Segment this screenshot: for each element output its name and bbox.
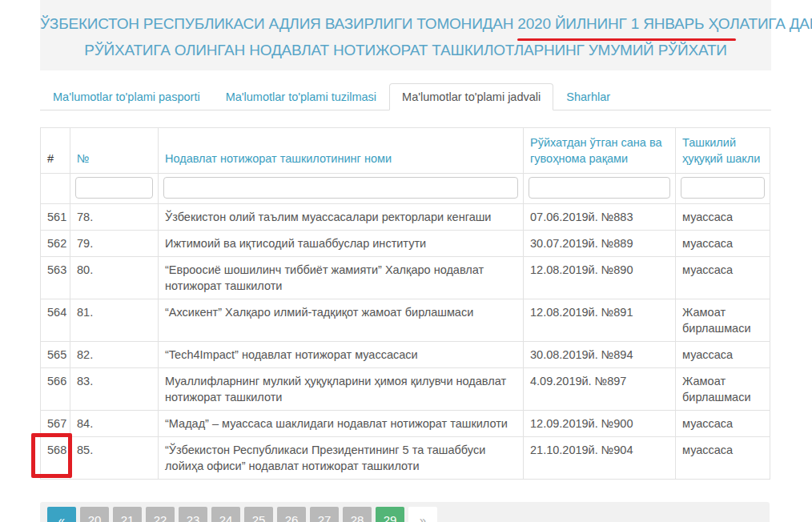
pagination-page-29-active[interactable]: 29 — [376, 507, 404, 522]
row-org-form: муассаса — [676, 342, 770, 368]
row-org-name: Ижтимоий ва иқтисодий ташаббуслар инстит… — [159, 231, 524, 257]
page-container: ЎЗБЕКИСТОН РЕСПУБЛИКАСИ АДЛИЯ ВАЗИРЛИГИ … — [40, 0, 771, 522]
filter-cell-name — [159, 174, 524, 204]
row-org-form: муассаса — [676, 411, 770, 437]
table-row: 562 79. Ижтимоий ва иқтисодий ташаббусла… — [41, 231, 770, 257]
row-org-name: Ўзбекистон олий таълим муассасалари рект… — [159, 204, 524, 231]
page-header: ЎЗБЕКИСТОН РЕСПУБЛИКАСИ АДЛИЯ ВАЗИРЛИГИ … — [40, 0, 771, 70]
row-number: 78. — [70, 204, 159, 231]
row-number: 83. — [70, 368, 159, 411]
row-org-form: муассаса — [676, 204, 770, 231]
row-reg-date: 4.09.2019й. №897 — [524, 368, 676, 411]
column-header-number[interactable]: № — [70, 128, 159, 174]
column-header-org-name[interactable]: Нодавлат нотижорат ташкилотининг номи — [159, 128, 524, 174]
row-reg-date: 12.08.2019й. №890 — [524, 257, 676, 299]
highlighted-row-index-cell: 568 — [41, 437, 70, 480]
row-index: 565 — [41, 342, 70, 368]
pagination-next-button[interactable]: » — [408, 507, 437, 522]
row-index: 566 — [41, 368, 70, 411]
filter-org-form-input[interactable] — [681, 177, 765, 199]
filter-number-input[interactable] — [75, 177, 153, 199]
table-row: 566 83. Муаллифларнинг мулкий ҳуқуқларин… — [41, 368, 770, 411]
pagination-page-26[interactable]: 26 — [277, 507, 306, 522]
row-reg-date: 12.09.2019й. №900 — [524, 411, 676, 437]
row-org-name: Муаллифларнинг мулкий ҳуқуқларини ҳимоя … — [159, 368, 524, 411]
row-index: 563 — [41, 257, 70, 299]
row-number: 84. — [70, 411, 159, 437]
table-row: 567 84. “Мадад” – муассаса шаклидаги нод… — [41, 411, 770, 437]
pagination-page-21[interactable]: 21 — [113, 507, 142, 522]
filter-cell-empty — [41, 174, 70, 204]
filter-cell-form — [676, 174, 770, 204]
row-index: 567 — [41, 411, 70, 437]
page-title-line1: ЎЗБЕКИСТОН РЕСПУБЛИКАСИ АДЛИЯ ВАЗИРЛИГИ … — [40, 10, 771, 37]
row-org-name: “Tech4Impact” нодавлат нотижорат муассас… — [159, 342, 524, 368]
pagination-page-20[interactable]: 20 — [80, 507, 109, 522]
row-index: 561 — [41, 204, 70, 231]
pagination-bar: « 20 21 22 23 24 25 26 27 28 29 » — [40, 502, 770, 522]
table-row: 568 85. “Ўзбекистон Республикаси Президе… — [41, 437, 770, 480]
row-org-name: “Ахсикент” Халқаро илмий-тадқиқот жамоат… — [159, 299, 524, 342]
row-reg-date: 12.08.2019й. №891 — [524, 299, 676, 342]
row-reg-date: 07.06.2019й. №883 — [524, 204, 676, 231]
row-org-form: Жамоат бирлашмаси — [676, 299, 770, 342]
row-org-name: “Евроосиё шошилинч тиббиёт жамияти” Халқ… — [159, 257, 524, 299]
row-index: 564 — [41, 299, 70, 342]
pagination-page-24[interactable]: 24 — [211, 507, 240, 522]
pagination-page-27[interactable]: 27 — [310, 507, 339, 522]
tab-malumotlar-toplami-tuzilmasi[interactable]: Ma'lumotlar to'plami tuzilmasi — [213, 83, 389, 110]
tab-malumotlar-toplami-jadvali[interactable]: Ma'lumotlar to'plami jadvali — [389, 83, 553, 110]
title-text-pre: ЎЗБЕКИСТОН РЕСПУБЛИКАСИ АДЛИЯ ВАЗИРЛИГИ … — [40, 15, 517, 32]
pagination-first-button[interactable]: « — [47, 507, 76, 522]
row-number: 80. — [70, 257, 159, 299]
row-number: 81. — [70, 299, 159, 342]
table-header-row: # № Нодавлат нотижорат ташкилотининг ном… — [41, 128, 770, 174]
column-header-index: # — [41, 128, 70, 174]
row-index: 562 — [41, 231, 70, 257]
title-red-underline-highlight: 2020 ЙИЛНИНГ 1 ЯНВАРЬ — [517, 10, 704, 37]
table-row: 564 81. “Ахсикент” Халқаро илмий-тадқиқо… — [41, 299, 770, 342]
tab-sharhlar[interactable]: Sharhlar — [553, 83, 623, 110]
row-reg-date: 30.07.2019й. №889 — [524, 231, 676, 257]
table-row: 565 82. “Tech4Impact” нодавлат нотижорат… — [41, 342, 770, 368]
row-org-name: “Мадад” – муассаса шаклидаги нодавлат но… — [159, 411, 524, 437]
row-number: 85. — [70, 437, 159, 480]
filter-org-name-input[interactable] — [163, 177, 518, 199]
pagination-page-22[interactable]: 22 — [146, 507, 175, 522]
filter-row — [41, 174, 770, 204]
row-number: 82. — [70, 342, 159, 368]
pagination-page-25[interactable]: 25 — [244, 507, 273, 522]
row-reg-date: 30.08.2019й. №894 — [524, 342, 676, 368]
row-org-form: Жамоат бирлашмаси — [676, 368, 770, 411]
row-org-name: “Ўзбекистон Республикаси Президентининг … — [159, 437, 524, 480]
row-number: 79. — [70, 231, 159, 257]
filter-cell-reg — [524, 174, 676, 204]
row-org-form: муассаса — [676, 257, 770, 299]
title-text-post: ҲОЛАТИГА ДАВЛАТ — [704, 15, 812, 32]
filter-cell-number — [70, 174, 159, 204]
row-org-form: муассаса — [676, 437, 770, 480]
column-header-reg-date[interactable]: Рўйхатдан ўтган сана ва гувоҳнома рақами — [524, 128, 676, 174]
row-org-form: муассаса — [676, 231, 770, 257]
organizations-table: # № Нодавлат нотижорат ташкилотининг ном… — [40, 127, 770, 480]
table-row: 561 78. Ўзбекистон олий таълим муассасал… — [41, 204, 770, 231]
filter-reg-date-input[interactable] — [529, 177, 670, 199]
column-header-org-form[interactable]: Ташкилий ҳуқуқий шакли — [676, 128, 770, 174]
pagination-page-28[interactable]: 28 — [343, 507, 372, 522]
tab-malumotlar-toplami-pasporti[interactable]: Ma'lumotlar to'plami pasporti — [40, 83, 213, 110]
table-row: 563 80. “Евроосиё шошилинч тиббиёт жамия… — [41, 257, 770, 299]
tab-bar: Ma'lumotlar to'plami pasporti Ma'lumotla… — [40, 82, 771, 110]
pagination-page-23[interactable]: 23 — [179, 507, 207, 522]
row-reg-date: 21.10.2019й. №904 — [524, 437, 676, 480]
